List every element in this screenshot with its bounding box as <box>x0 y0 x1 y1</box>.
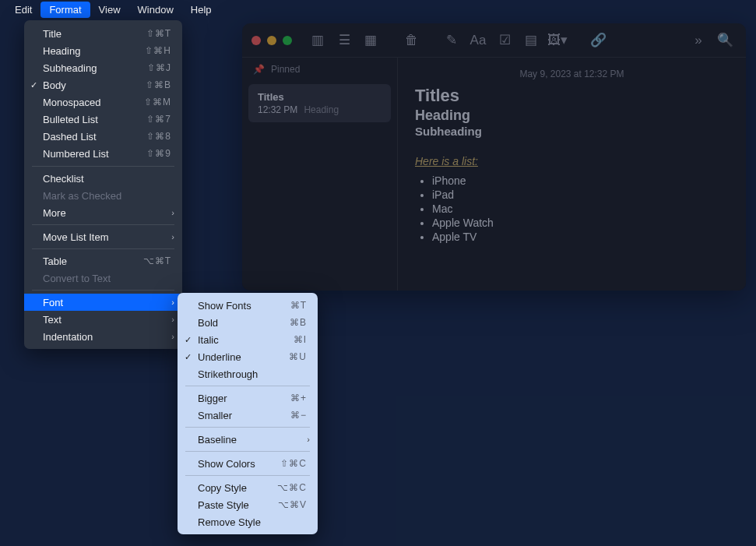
list-item: iPad <box>432 188 729 202</box>
submenu-copy-style[interactable]: Copy Style⌥⌘C <box>178 479 318 496</box>
chevron-right-icon: › <box>171 298 174 307</box>
checkmark-icon: ✓ <box>30 80 37 90</box>
window-traffic-lights[interactable] <box>251 36 292 45</box>
submenu-show-colors[interactable]: Show Colors⇧⌘C <box>178 455 318 472</box>
note-card-title: Titles <box>258 91 382 103</box>
menu-title[interactable]: Title⇧⌘T <box>24 25 182 42</box>
menu-dashed-list[interactable]: Dashed List⇧⌘8 <box>24 128 182 145</box>
menubar-edit[interactable]: Edit <box>6 2 40 18</box>
chevron-right-icon: › <box>307 435 310 444</box>
more-toolbar-icon[interactable]: » <box>687 30 710 51</box>
media-icon[interactable]: 🖼▾ <box>546 30 569 51</box>
submenu-smaller[interactable]: Smaller⌘− <box>178 407 318 424</box>
note-date-header: May 9, 2023 at 12:32 PM <box>415 69 729 79</box>
menubar-window[interactable]: Window <box>129 2 182 18</box>
menu-font[interactable]: Font› <box>24 294 182 311</box>
menu-mark-as-checked: Mark as Checked <box>24 187 182 204</box>
menu-convert-to-text: Convert to Text <box>24 269 182 287</box>
sidebar-toggle-icon[interactable]: ▥ <box>306 30 329 51</box>
link-icon[interactable]: 🔗 <box>586 30 610 51</box>
submenu-bigger[interactable]: Bigger⌘+ <box>178 389 318 407</box>
pinned-label: Pinned <box>271 64 300 75</box>
close-window-icon[interactable] <box>251 36 261 45</box>
notes-sidebar: 📌 Pinned Titles 12:32 PMHeading <box>242 58 398 291</box>
menu-text[interactable]: Text› <box>24 311 182 328</box>
checkmark-icon: ✓ <box>185 335 192 345</box>
toolbar: ▥ ☰ ▦ 🗑 ✎ Aa ☑ ▤ 🖼▾ 🔗 » 🔍 <box>242 23 746 58</box>
menu-checklist[interactable]: Checklist <box>24 170 182 187</box>
trash-icon[interactable]: 🗑 <box>399 30 423 51</box>
note-list-label: Here is a list: <box>415 155 478 167</box>
note-editor[interactable]: May 9, 2023 at 12:32 PM Titles Heading S… <box>398 58 746 291</box>
submenu-show-fonts[interactable]: Show Fonts⌘T <box>178 297 318 314</box>
format-menu: Title⇧⌘T Heading⇧⌘H Subheading⇧⌘J ✓Body⇧… <box>24 20 182 349</box>
submenu-strikethrough[interactable]: Strikethrough <box>178 365 318 382</box>
submenu-baseline[interactable]: Baseline› <box>178 431 318 448</box>
list-item: iPhone <box>432 174 729 188</box>
menu-more[interactable]: More› <box>24 204 182 221</box>
text-style-icon[interactable]: Aa <box>466 30 490 51</box>
submenu-bold[interactable]: Bold⌘B <box>178 314 318 331</box>
menubar-help[interactable]: Help <box>182 2 220 18</box>
pinned-section-header: 📌 Pinned <box>242 58 397 81</box>
submenu-paste-style[interactable]: Paste Style⌥⌘V <box>178 496 318 513</box>
note-subheading: Subheading <box>415 125 729 138</box>
menu-bulleted-list[interactable]: Bulleted List⇧⌘7 <box>24 111 182 128</box>
menu-move-list-item[interactable]: Move List Item› <box>24 228 182 245</box>
compose-icon[interactable]: ✎ <box>440 30 463 51</box>
note-bullet-list: iPhone iPad Mac Apple Watch Apple TV <box>432 174 729 244</box>
chevron-right-icon: › <box>171 332 174 341</box>
font-submenu: Show Fonts⌘T Bold⌘B ✓Italic⌘I ✓Underline… <box>178 293 318 534</box>
checkmark-icon: ✓ <box>185 352 192 362</box>
table-icon[interactable]: ▤ <box>519 30 543 51</box>
list-item: Apple TV <box>432 230 729 244</box>
notes-window: ▥ ☰ ▦ 🗑 ✎ Aa ☑ ▤ 🖼▾ 🔗 » 🔍 📌 Pinned Title… <box>242 23 746 291</box>
pin-icon: 📌 <box>253 64 265 75</box>
note-card-preview: Heading <box>304 104 339 115</box>
fullscreen-window-icon[interactable] <box>283 36 292 45</box>
grid-view-icon[interactable]: ▦ <box>359 30 382 51</box>
list-item: Mac <box>432 202 729 216</box>
submenu-underline[interactable]: ✓Underline⌘U <box>178 348 318 365</box>
menu-body[interactable]: ✓Body⇧⌘B <box>24 76 182 93</box>
menu-table[interactable]: Table⌥⌘T <box>24 252 182 269</box>
menu-monospaced[interactable]: Monospaced⇧⌘M <box>24 93 182 111</box>
chevron-right-icon: › <box>171 315 174 324</box>
menubar-format[interactable]: Format <box>40 2 90 18</box>
menu-subheading[interactable]: Subheading⇧⌘J <box>24 59 182 76</box>
submenu-italic[interactable]: ✓Italic⌘I <box>178 331 318 348</box>
note-heading: Heading <box>415 107 729 124</box>
chevron-right-icon: › <box>171 232 174 241</box>
menu-indentation[interactable]: Indentation› <box>24 328 182 345</box>
menu-heading[interactable]: Heading⇧⌘H <box>24 42 182 59</box>
menu-numbered-list[interactable]: Numbered List⇧⌘9 <box>24 145 182 162</box>
menubar: Edit Format View Window Help <box>0 0 756 19</box>
minimize-window-icon[interactable] <box>267 36 276 45</box>
list-item: Apple Watch <box>432 216 729 230</box>
menubar-view[interactable]: View <box>90 2 129 18</box>
submenu-remove-style[interactable]: Remove Style <box>178 513 318 530</box>
note-card-time: 12:32 PM <box>258 104 297 115</box>
note-title: Titles <box>415 86 729 106</box>
search-icon[interactable]: 🔍 <box>713 30 737 51</box>
chevron-right-icon: › <box>171 208 174 217</box>
note-list-item[interactable]: Titles 12:32 PMHeading <box>248 84 391 122</box>
list-view-icon[interactable]: ☰ <box>332 30 356 51</box>
checklist-icon[interactable]: ☑ <box>493 30 516 51</box>
